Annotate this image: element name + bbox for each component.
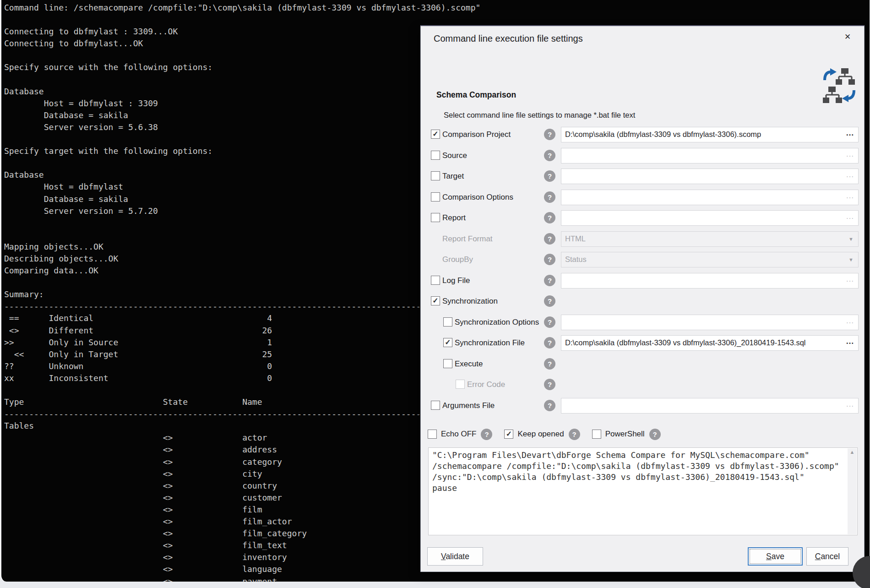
browse-button[interactable]: … (846, 128, 854, 138)
browse-button[interactable]: … (846, 170, 854, 180)
target-field[interactable]: … (561, 169, 859, 184)
arguments-file-field[interactable]: … (561, 398, 859, 414)
report-format-value: HTML (565, 234, 843, 243)
row-synchronization-options: Synchronization Options?… (421, 312, 864, 333)
help-icon[interactable]: ? (544, 379, 555, 390)
comparison-project-checkbox[interactable]: ✓ (431, 130, 440, 139)
help-icon[interactable]: ? (544, 254, 555, 265)
chevron-down-icon: ▼ (848, 236, 854, 242)
bat-text-box[interactable]: "C:\Program Files\Devart\dbForge Schema … (428, 447, 858, 535)
check-icon: ✓ (505, 430, 513, 438)
synchronization-file-field[interactable]: D:\comp\sakila (dbfmylast-3309 vs dbfmyl… (561, 335, 859, 351)
help-icon[interactable]: ? (544, 295, 555, 307)
check-icon: ✓ (431, 297, 440, 305)
synchronization-options-label: Synchronization Options (455, 318, 539, 327)
check-icon: ✓ (444, 338, 452, 346)
help-icon[interactable]: ? (544, 358, 555, 370)
powershell-checkbox[interactable] (592, 430, 601, 439)
report-format-label: Report Format (442, 234, 493, 244)
echo-off-label: Echo OFF (441, 430, 476, 439)
log-file-checkbox[interactable] (431, 276, 440, 285)
chevron-down-icon: ▼ (848, 257, 854, 262)
synchronization-file-value: D:\comp\sakila (dbfmylast-3309 vs dbfmyl… (565, 338, 843, 347)
help-icon[interactable]: ? (544, 400, 555, 411)
keep-opened-label: Keep opened (517, 430, 564, 439)
error-code-checkbox (456, 380, 465, 389)
help-icon[interactable]: ? (569, 429, 580, 440)
close-icon[interactable]: ✕ (841, 31, 854, 44)
log-file-label: Log File (442, 276, 470, 285)
source-checkbox[interactable] (431, 151, 440, 160)
row-synchronization: ✓Synchronization? (421, 291, 864, 312)
target-label: Target (442, 172, 464, 181)
flag-echo-off: Echo OFF? (428, 429, 492, 440)
row-report-format: Report Format?HTML▼ (421, 229, 864, 250)
source-label: Source (442, 151, 467, 160)
row-groupby: GroupBy?Status▼ (421, 249, 864, 270)
command-line-settings-dialog: Command line execution file settings ✕ S… (420, 25, 865, 572)
help-icon[interactable]: ? (544, 150, 555, 161)
execute-label: Execute (455, 359, 483, 369)
keep-opened-checkbox[interactable]: ✓ (504, 430, 513, 439)
row-comparison-options: Comparison Options?… (421, 187, 864, 208)
section-heading: Schema Comparison (436, 90, 516, 100)
help-icon[interactable]: ? (544, 233, 555, 245)
help-icon[interactable]: ? (649, 429, 661, 440)
row-log-file: Log File?… (421, 270, 864, 291)
echo-off-checkbox[interactable] (428, 430, 437, 439)
browse-button[interactable]: … (846, 212, 854, 221)
row-error-code: Error Code? (421, 374, 864, 395)
comparison-project-field[interactable]: D:\comp\sakila (dbfmylast-3309 vs dbfmyl… (561, 127, 859, 142)
comparison-options-checkbox[interactable] (431, 192, 440, 201)
arguments-file-label: Arguments File (442, 401, 495, 410)
report-checkbox[interactable] (431, 213, 440, 222)
groupby-label: GroupBy (442, 255, 473, 264)
log-file-field[interactable]: … (561, 273, 859, 289)
groupby-value: Status (565, 255, 843, 264)
report-field[interactable]: … (561, 210, 859, 226)
powershell-label: PowerShell (605, 430, 645, 439)
synchronization-options-field[interactable]: … (561, 315, 859, 330)
browse-button[interactable]: … (846, 337, 854, 346)
row-source: Source?… (421, 145, 864, 166)
browse-button[interactable]: … (846, 399, 854, 409)
dialog-rows: ✓Comparison Project?D:\comp\sakila (dbfm… (421, 124, 864, 416)
save-button[interactable]: Save (748, 547, 803, 566)
target-checkbox[interactable] (431, 171, 440, 180)
browse-button[interactable]: … (846, 191, 854, 201)
browse-button[interactable]: … (846, 149, 854, 159)
scrollbar[interactable]: ▲ (848, 448, 857, 534)
help-icon[interactable]: ? (481, 429, 492, 440)
flag-keep-opened: ✓Keep opened? (504, 429, 580, 440)
source-field[interactable]: … (561, 148, 859, 163)
help-icon[interactable]: ? (544, 212, 555, 223)
groupby-dropdown: Status▼ (561, 252, 859, 267)
flag-powershell: PowerShell? (592, 429, 661, 440)
row-target: Target?… (421, 166, 864, 187)
arguments-file-checkbox[interactable] (431, 401, 440, 410)
schema-compare-icon (823, 66, 856, 105)
help-icon[interactable]: ? (544, 316, 555, 328)
dialog-title: Command line execution file settings (434, 33, 583, 44)
comparison-options-field[interactable]: … (561, 190, 859, 205)
help-icon[interactable]: ? (544, 129, 555, 140)
report-label: Report (442, 213, 466, 223)
help-icon[interactable]: ? (544, 191, 555, 203)
help-icon[interactable]: ? (544, 337, 555, 348)
synchronization-options-checkbox[interactable] (443, 317, 452, 327)
bat-text[interactable]: "C:\Program Files\Devart\dbForge Schema … (432, 450, 844, 533)
scroll-up-icon[interactable]: ▲ (848, 449, 857, 455)
help-icon[interactable]: ? (544, 170, 555, 182)
help-icon[interactable]: ? (544, 275, 555, 286)
synchronization-file-checkbox[interactable]: ✓ (443, 338, 452, 347)
browse-button[interactable]: … (846, 274, 854, 284)
flags-row: Echo OFF?✓Keep opened?PowerShell? (428, 426, 673, 442)
check-icon: ✓ (431, 130, 440, 138)
execute-checkbox[interactable] (443, 359, 452, 368)
validate-button[interactable]: Validate (427, 547, 483, 566)
cancel-button[interactable]: Cancel (806, 547, 848, 566)
synchronization-checkbox[interactable]: ✓ (431, 296, 440, 305)
row-synchronization-file: ✓Synchronization File?D:\comp\sakila (db… (421, 332, 864, 354)
browse-button[interactable]: … (846, 316, 854, 326)
error-code-label: Error Code (467, 380, 505, 389)
